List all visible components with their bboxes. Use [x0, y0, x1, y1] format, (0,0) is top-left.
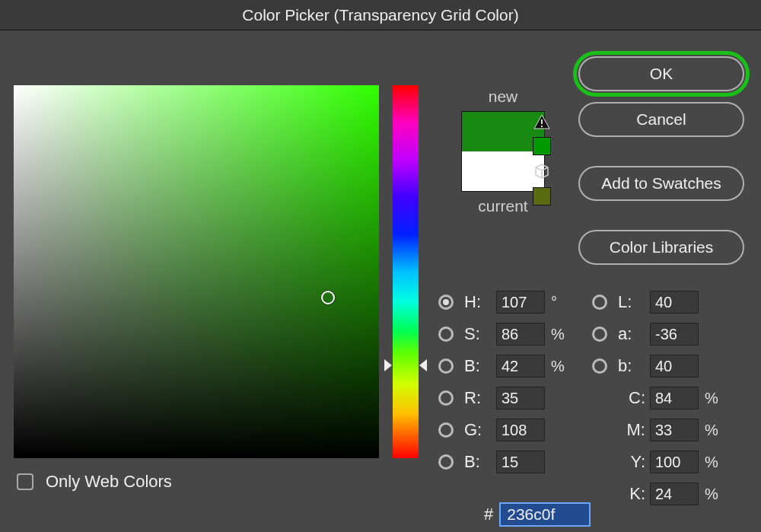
- L-label: L:: [618, 292, 650, 312]
- add-to-swatches-button[interactable]: Add to Swatches: [578, 166, 744, 201]
- only-web-colors-checkbox[interactable]: Only Web Colors: [17, 472, 172, 492]
- brightness-radio[interactable]: [438, 358, 454, 374]
- b-input[interactable]: 40: [650, 355, 699, 377]
- ok-button[interactable]: OK: [578, 56, 744, 91]
- H-input[interactable]: 107: [496, 291, 545, 314]
- S-input[interactable]: 86: [496, 323, 545, 346]
- Bc-label: B:: [464, 452, 496, 472]
- Y-input[interactable]: 100: [650, 451, 699, 473]
- hue-slider[interactable]: [393, 85, 419, 458]
- hex-input[interactable]: 236c0f: [499, 502, 591, 527]
- current-color-swatch[interactable]: [462, 151, 544, 191]
- hex-row: # 236c0f: [484, 502, 591, 527]
- ok-label: OK: [650, 65, 673, 83]
- L-input[interactable]: 40: [650, 291, 699, 314]
- Bv-unit: %: [545, 358, 566, 375]
- H-unit: °: [545, 294, 566, 311]
- hue-arrow-left-icon: [384, 359, 392, 371]
- R-label: R:: [464, 388, 496, 408]
- a-radio[interactable]: [592, 327, 607, 342]
- saturation-radio[interactable]: [438, 327, 454, 342]
- cancel-label: Cancel: [636, 110, 686, 129]
- R-radio[interactable]: [438, 390, 454, 406]
- new-label: new: [438, 85, 568, 108]
- hash-symbol: #: [484, 505, 493, 524]
- Bc-radio[interactable]: [438, 454, 454, 470]
- svg-rect-0: [541, 119, 543, 124]
- K-unit: %: [699, 486, 720, 503]
- C-label: C:: [618, 388, 650, 408]
- L-radio[interactable]: [592, 295, 607, 310]
- checkbox-box-icon: [17, 473, 33, 490]
- G-label: G:: [464, 420, 496, 440]
- value-fields: H: 107 ° L: 40 S: 86 % a: -36 B: 42 %: [438, 286, 720, 510]
- C-input[interactable]: 84: [650, 387, 699, 409]
- a-label: a:: [618, 324, 650, 344]
- color-picker-panel: Only Web Colors new current OK Cancel Ad…: [0, 30, 761, 532]
- warning-column: [533, 114, 551, 205]
- Bv-input[interactable]: 42: [496, 355, 545, 377]
- R-input[interactable]: 35: [496, 387, 545, 409]
- Y-label: Y:: [618, 452, 650, 472]
- cube-icon[interactable]: [533, 163, 550, 180]
- M-input[interactable]: 33: [650, 419, 699, 441]
- svg-rect-1: [541, 126, 543, 127]
- hue-radio[interactable]: [438, 295, 454, 310]
- K-input[interactable]: 24: [650, 483, 699, 505]
- color-libraries-label: Color Libraries: [610, 238, 714, 256]
- K-label: K:: [618, 484, 650, 504]
- new-color-swatch[interactable]: [462, 112, 544, 151]
- H-label: H:: [464, 292, 496, 312]
- hue-arrow-right-icon: [419, 359, 427, 371]
- gamut-swatch[interactable]: [533, 137, 551, 155]
- add-swatches-label: Add to Swatches: [601, 174, 721, 193]
- M-label: M:: [618, 420, 650, 440]
- M-unit: %: [699, 422, 720, 439]
- window-title: Color Picker (Transparency Grid Color): [242, 6, 518, 24]
- sb-cursor[interactable]: [321, 291, 335, 304]
- G-radio[interactable]: [438, 422, 454, 438]
- b-label: b:: [618, 356, 650, 376]
- a-input[interactable]: -36: [650, 323, 699, 346]
- Bv-label: B:: [464, 356, 496, 376]
- G-input[interactable]: 108: [496, 419, 545, 441]
- title-bar: Color Picker (Transparency Grid Color): [0, 0, 761, 30]
- b-radio[interactable]: [592, 358, 607, 374]
- action-buttons: OK Cancel Add to Swatches Color Librarie…: [578, 56, 744, 265]
- out-of-gamut-warning-icon[interactable]: [533, 114, 550, 129]
- C-unit: %: [699, 390, 720, 407]
- only-web-colors-label: Only Web Colors: [46, 472, 172, 492]
- S-label: S:: [464, 324, 496, 344]
- Bc-input[interactable]: 15: [496, 451, 545, 473]
- S-unit: %: [545, 326, 566, 343]
- saturation-brightness-field[interactable]: [14, 85, 379, 458]
- cancel-button[interactable]: Cancel: [578, 102, 744, 137]
- web-safe-swatch[interactable]: [533, 187, 551, 205]
- Y-unit: %: [699, 454, 720, 471]
- color-libraries-button[interactable]: Color Libraries: [578, 230, 744, 265]
